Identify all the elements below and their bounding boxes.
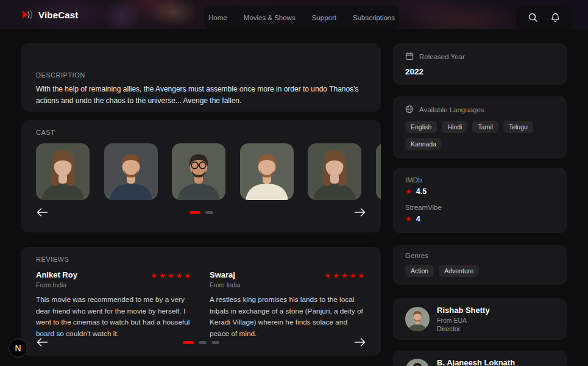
available-languages-card: Available Languages EnglishHindiTamilTel… bbox=[393, 96, 567, 159]
reviewer-name: Swaraj bbox=[210, 270, 240, 279]
person-origin: From EUA bbox=[437, 317, 490, 324]
description-label: DESCRIPTION bbox=[36, 71, 366, 79]
carousel-dot-2[interactable] bbox=[199, 341, 207, 344]
globe-icon bbox=[405, 105, 414, 115]
chip-hindi[interactable]: Hindi bbox=[442, 121, 467, 133]
movie-detail-column: DESCRIPTION With the help of remaining a… bbox=[21, 43, 381, 366]
review-star-rating: ★★★★★ bbox=[151, 271, 193, 280]
released-year-label: Released Year bbox=[419, 53, 465, 60]
nav-item-subscriptions[interactable]: Subscriptions bbox=[353, 14, 395, 21]
carousel-dot-3[interactable] bbox=[211, 341, 219, 344]
cast-photo-2-bearded-man-navy-shirt[interactable] bbox=[104, 143, 158, 200]
chip-adventure[interactable]: Adventure bbox=[439, 265, 479, 277]
carousel-dot-2[interactable] bbox=[205, 211, 213, 214]
review-star-rating: ★★★★★ bbox=[324, 271, 366, 280]
reviews-prev-arrow-icon[interactable] bbox=[36, 338, 48, 347]
carousel-dot-1-active[interactable] bbox=[183, 341, 194, 344]
cast-photo-5-woman-long-brown-hair[interactable] bbox=[308, 143, 361, 200]
star-icon: ★ bbox=[405, 215, 412, 223]
calendar-icon bbox=[405, 52, 414, 62]
cast-next-arrow-icon[interactable] bbox=[354, 208, 366, 217]
cast-pagination-dots bbox=[190, 211, 213, 214]
main-content: DESCRIPTION With the help of remaining a… bbox=[21, 43, 567, 366]
header-actions bbox=[516, 5, 572, 29]
dev-tools-badge-letter: N bbox=[15, 343, 21, 353]
imdb-label: IMDb bbox=[405, 176, 554, 184]
person-name: Rishab Shetty bbox=[437, 306, 490, 315]
cast-carousel-controls bbox=[36, 206, 366, 219]
brand-name: VibeCast bbox=[38, 10, 79, 20]
nav-item-support[interactable]: Support bbox=[312, 14, 336, 21]
cast-photo-4-smiling-man-cream-shirt[interactable] bbox=[240, 143, 294, 200]
star-icon: ★ bbox=[405, 187, 412, 196]
cast-photo-1-woman-long-brown-hair[interactable] bbox=[36, 143, 90, 200]
cast-photo-3-man-glasses-mustache[interactable] bbox=[172, 143, 225, 200]
cast-prev-arrow-icon[interactable] bbox=[36, 208, 48, 217]
nav-item-home[interactable]: Home bbox=[208, 14, 227, 21]
search-icon[interactable] bbox=[528, 13, 537, 22]
ratings-card: IMDb ★ 4.5 StreamVibe ★ 4 bbox=[393, 168, 567, 233]
person-role: Director bbox=[437, 325, 490, 332]
genres-label: Genres bbox=[405, 252, 428, 259]
person-name: B. Ajaneesh Loknath bbox=[437, 358, 515, 366]
chip-action[interactable]: Action bbox=[405, 265, 434, 277]
nav-item-movies-shows[interactable]: Movies & Shows bbox=[244, 14, 296, 21]
imdb-rating: ★ 4.5 bbox=[405, 187, 554, 196]
description-card: DESCRIPTION With the help of remaining a… bbox=[21, 43, 381, 112]
carousel-dot-1-active[interactable] bbox=[190, 211, 200, 214]
cast-photo-6-partially-visible-cast-photo[interactable] bbox=[376, 143, 381, 200]
person-card-director[interactable]: Rishab Shetty From EUA Director bbox=[393, 298, 567, 340]
genres-card: Genres ActionAdventure bbox=[393, 245, 567, 285]
review-text: A restless king promises his lands to th… bbox=[210, 294, 366, 340]
person-card-music[interactable]: B. Ajaneesh Loknath From Brazil Music bbox=[393, 351, 567, 366]
reviewer-origin: From India bbox=[36, 281, 77, 289]
notifications-bell-icon[interactable] bbox=[551, 13, 560, 23]
streamvibe-rating-value: 4 bbox=[416, 215, 420, 223]
play-waves-logo-icon bbox=[21, 9, 34, 20]
brand-logo[interactable]: VibeCast bbox=[21, 0, 79, 29]
available-languages-label: Available Languages bbox=[419, 106, 484, 113]
cast-carousel bbox=[36, 143, 381, 200]
imdb-rating-value: 4.5 bbox=[416, 187, 427, 196]
review-text: This movie was recommended to me by a ve… bbox=[36, 294, 193, 340]
reviews-card: REVIEWS Aniket Roy From India ★★★★★ This… bbox=[21, 247, 381, 356]
reviews-next-arrow-icon[interactable] bbox=[354, 338, 366, 347]
genre-chips: ActionAdventure bbox=[405, 265, 554, 277]
chip-tamil[interactable]: Tamil bbox=[472, 121, 498, 133]
language-chips: EnglishHindiTamilTeluguKannada bbox=[405, 121, 554, 150]
cast-label: CAST bbox=[36, 129, 366, 136]
main-navigation: Home Movies & Shows Support Subscription… bbox=[204, 5, 399, 29]
reviewer-origin: From India bbox=[210, 281, 240, 289]
chip-kannada[interactable]: Kannada bbox=[405, 138, 442, 150]
description-text: With the help of remaining allies, the A… bbox=[36, 84, 366, 107]
released-year-card: Released Year 2022 bbox=[393, 43, 567, 85]
reviews-label: REVIEWS bbox=[36, 256, 366, 263]
movie-meta-sidebar: Released Year 2022 Available Languages E… bbox=[393, 43, 567, 366]
person-avatar bbox=[405, 359, 430, 366]
person-avatar bbox=[405, 307, 430, 331]
dev-tools-badge[interactable]: N bbox=[9, 339, 27, 357]
chip-english[interactable]: English bbox=[405, 121, 437, 133]
reviews-carousel-controls bbox=[36, 336, 366, 349]
reviewer-name: Aniket Roy bbox=[36, 270, 77, 279]
released-year-value: 2022 bbox=[405, 67, 554, 76]
chip-telugu[interactable]: Telugu bbox=[503, 121, 533, 133]
streamvibe-rating: ★ 4 bbox=[405, 215, 554, 223]
reviews-pagination-dots bbox=[183, 341, 219, 344]
streamvibe-label: StreamVibe bbox=[405, 204, 554, 211]
cast-card: CAST bbox=[21, 120, 381, 232]
